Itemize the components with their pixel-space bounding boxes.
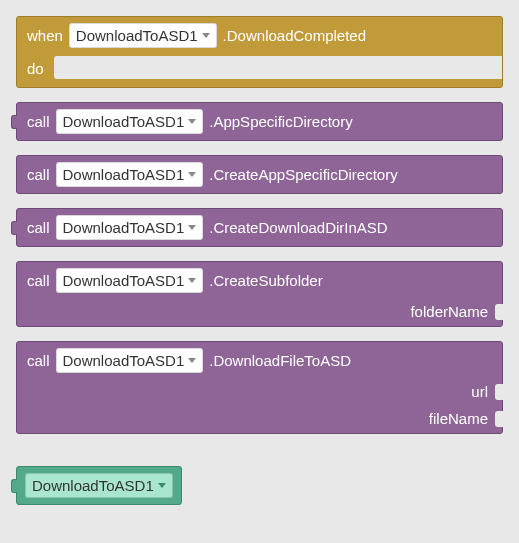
param-input-slot[interactable] xyxy=(495,384,503,400)
dropdown-label: DownloadToASD1 xyxy=(63,352,185,369)
component-dropdown[interactable]: DownloadToASD1 xyxy=(56,348,204,373)
dropdown-label: DownloadToASD1 xyxy=(32,477,154,494)
output-notch xyxy=(11,115,17,129)
call-block-createsubfolder[interactable]: call DownloadToASD1 .CreateSubfolder fol… xyxy=(16,261,503,327)
when-label: when xyxy=(27,27,63,44)
do-row: do xyxy=(17,54,502,87)
param-row-foldername: folderName xyxy=(17,299,502,326)
component-dropdown[interactable]: DownloadToASD1 xyxy=(25,473,173,498)
dropdown-label: DownloadToASD1 xyxy=(63,166,185,183)
param-row-filename: fileName xyxy=(17,406,502,433)
param-label: folderName xyxy=(410,303,488,320)
param-label: fileName xyxy=(429,410,488,427)
call-header: call DownloadToASD1 .CreateDownloadDirIn… xyxy=(17,209,502,246)
call-block-createappspecificdirectory[interactable]: call DownloadToASD1 .CreateAppSpecificDi… xyxy=(16,155,503,194)
dropdown-label: DownloadToASD1 xyxy=(76,27,198,44)
event-component-dropdown[interactable]: DownloadToASD1 xyxy=(69,23,217,48)
call-header: call DownloadToASD1 .CreateSubfolder xyxy=(17,262,502,299)
call-label: call xyxy=(27,166,50,183)
dropdown-label: DownloadToASD1 xyxy=(63,219,185,236)
output-notch xyxy=(11,479,17,493)
event-name: .DownloadCompleted xyxy=(223,27,366,44)
call-header: call DownloadToASD1 .CreateAppSpecificDi… xyxy=(17,156,502,193)
chevron-down-icon xyxy=(158,483,166,488)
method-name: .AppSpecificDirectory xyxy=(209,113,352,130)
call-label: call xyxy=(27,113,50,130)
call-header: call DownloadToASD1 .AppSpecificDirector… xyxy=(17,103,502,140)
chevron-down-icon xyxy=(188,225,196,230)
output-notch xyxy=(11,221,17,235)
component-dropdown[interactable]: DownloadToASD1 xyxy=(56,109,204,134)
do-slot[interactable] xyxy=(54,56,502,79)
dropdown-label: DownloadToASD1 xyxy=(63,113,185,130)
call-label: call xyxy=(27,352,50,369)
call-block-appspecificdirectory[interactable]: call DownloadToASD1 .AppSpecificDirector… xyxy=(16,102,503,141)
chevron-down-icon xyxy=(202,33,210,38)
chevron-down-icon xyxy=(188,358,196,363)
chevron-down-icon xyxy=(188,119,196,124)
method-name: .CreateSubfolder xyxy=(209,272,322,289)
call-header: call DownloadToASD1 .DownloadFileToASD xyxy=(17,342,502,379)
param-input-slot[interactable] xyxy=(495,411,503,427)
param-label: url xyxy=(471,383,488,400)
do-label: do xyxy=(17,54,54,87)
component-dropdown[interactable]: DownloadToASD1 xyxy=(56,162,204,187)
call-label: call xyxy=(27,219,50,236)
chevron-down-icon xyxy=(188,278,196,283)
method-name: .DownloadFileToASD xyxy=(209,352,351,369)
method-name: .CreateAppSpecificDirectory xyxy=(209,166,397,183)
event-block[interactable]: when DownloadToASD1 .DownloadCompleted d… xyxy=(16,16,503,88)
param-row-url: url xyxy=(17,379,502,406)
method-name: .CreateDownloadDirInASD xyxy=(209,219,387,236)
call-block-downloadfiletoasd[interactable]: call DownloadToASD1 .DownloadFileToASD u… xyxy=(16,341,503,434)
component-dropdown[interactable]: DownloadToASD1 xyxy=(56,215,204,240)
call-block-createdownloaddirinasd[interactable]: call DownloadToASD1 .CreateDownloadDirIn… xyxy=(16,208,503,247)
event-header: when DownloadToASD1 .DownloadCompleted xyxy=(17,17,502,54)
component-block[interactable]: DownloadToASD1 xyxy=(16,466,182,505)
param-input-slot[interactable] xyxy=(495,304,503,320)
call-label: call xyxy=(27,272,50,289)
component-dropdown[interactable]: DownloadToASD1 xyxy=(56,268,204,293)
chevron-down-icon xyxy=(188,172,196,177)
dropdown-label: DownloadToASD1 xyxy=(63,272,185,289)
